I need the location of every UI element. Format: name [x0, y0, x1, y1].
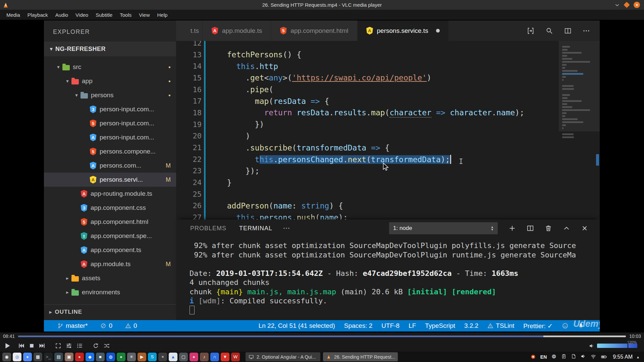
status-encoding[interactable]: UTF-8 [381, 322, 399, 329]
code-line-20[interactable]: 20 ) [176, 130, 559, 142]
code-line-17[interactable]: 17 map(resData => { [176, 95, 559, 107]
close-panel-button[interactable] [581, 225, 588, 232]
playlist-button[interactable] [76, 343, 83, 349]
volume-slider[interactable] [597, 344, 637, 348]
project-root-folder[interactable]: ▾ NG-REFRESHER [44, 42, 176, 56]
random-button[interactable] [103, 343, 110, 349]
tree-item-app-component-ts[interactable]: Aapp.component.ts [44, 243, 176, 257]
code-line-16[interactable]: 16 .pipe( [176, 84, 559, 96]
code-line-22[interactable]: 22 this.personsChanged.next(transformedD… [176, 154, 559, 165]
tree-item-app-routing-module-ts[interactable]: Aapp-routing.module.ts [44, 187, 176, 201]
battery-icon[interactable] [601, 354, 607, 360]
menu-media[interactable]: Media [3, 11, 24, 19]
seek-bar[interactable] [18, 336, 626, 337]
maximize-panel-button[interactable] [563, 225, 570, 232]
outline-section[interactable]: ▸ OUTLINE [44, 304, 176, 319]
tree-item-app-module-ts[interactable]: Aapp.module.tsM [44, 257, 176, 271]
panel-tab-terminal[interactable]: TERMINAL [239, 225, 272, 232]
tab-app-module-ts[interactable]: Aapp.module.ts [203, 20, 271, 41]
document-icon[interactable] [571, 354, 576, 360]
tree-item-src[interactable]: ▾src● [44, 60, 176, 74]
status-typescript-version[interactable]: 3.2.2 [464, 322, 478, 329]
code-line-25[interactable]: 25 [176, 188, 559, 200]
tree-item-persons-com[interactable]: Apersons.com...M [44, 159, 176, 173]
status-errors[interactable]: 0 [100, 322, 112, 329]
maximize-button[interactable] [624, 2, 630, 8]
code-line-12[interactable]: 12 [176, 41, 559, 49]
tree-item-app-component-css[interactable]: 3app.component.css [44, 201, 176, 215]
status-feedback[interactable] [562, 322, 569, 329]
code-line-13[interactable]: 13 fetchPersons() { [176, 49, 559, 61]
keyboard-layout[interactable]: EN [540, 354, 547, 360]
panel-tab-problems[interactable]: PROBLEMS [190, 225, 226, 232]
fullscreen-button[interactable] [55, 343, 61, 349]
tree-item-person-input-com[interactable]: Aperson-input.com... [44, 130, 176, 144]
kill-terminal-button[interactable] [545, 225, 552, 232]
taskbar-window-26-sending-http-request[interactable]: 26. Sending HTTP Request... [323, 352, 398, 361]
panel-more-icon[interactable] [282, 224, 290, 232]
new-terminal-button[interactable] [508, 225, 516, 232]
taskbar-app-21[interactable]: ∩ [210, 353, 219, 361]
split-terminal-button[interactable] [527, 225, 534, 232]
code-line-23[interactable]: 23 }); [176, 165, 559, 177]
taskbar-app-17[interactable]: ▲ [169, 353, 177, 361]
tree-item-app-component-html[interactable]: 5app.component.html [44, 215, 176, 229]
code-line-18[interactable]: 18 return resData.results.map(character … [176, 107, 559, 119]
status-eol[interactable]: LF [409, 322, 416, 329]
taskbar-app-2[interactable]: ◎ [13, 353, 21, 361]
previous-button[interactable] [18, 343, 24, 349]
clock[interactable]: 9:55 AM [613, 354, 633, 360]
taskbar-app-11[interactable]: ◍ [106, 353, 115, 361]
open-changes-icon[interactable] [527, 27, 535, 35]
taskbar-app-4[interactable]: ▦ [34, 353, 42, 361]
tree-item-person-input-com[interactable]: 3person-input.com... [44, 102, 176, 116]
next-button[interactable] [39, 343, 45, 349]
terminal-output[interactable]: 92% after chunk asset optimization Sourc… [190, 241, 596, 315]
code-editor[interactable]: 1213 fetchPersons() {14 this.http15 .get… [176, 41, 600, 220]
split-editor-icon[interactable] [564, 27, 572, 35]
taskbar-app-20[interactable]: ♪ [200, 353, 209, 361]
status-warnings[interactable]: 0 [125, 322, 137, 329]
taskbar-app-15[interactable]: S [148, 353, 157, 361]
clipboard-icon[interactable] [561, 354, 567, 360]
taskbar-app-3[interactable]: ● [23, 353, 32, 361]
code-line-27[interactable]: 27 this.persons.push(name); [176, 212, 559, 220]
taskbar-app-19[interactable]: ● [190, 353, 198, 361]
taskbar-app-13[interactable]: ✳ [127, 353, 136, 361]
code-line-15[interactable]: 15 .get<any>('https://swapi.co/api/peopl… [176, 72, 559, 84]
tab-app-component-html[interactable]: 5app.component.html [271, 20, 357, 41]
taskbar-app-22[interactable]: ▼ [221, 353, 229, 361]
taskbar-app-9[interactable]: ◆ [86, 353, 94, 361]
volume-icon[interactable] [581, 354, 586, 360]
search-editor-icon[interactable] [545, 27, 553, 35]
terminal-selector[interactable]: 1: node ▲▼ [389, 222, 498, 234]
taskbar-app-14[interactable]: ▶ [138, 353, 146, 361]
dnd-icon[interactable] [551, 354, 557, 360]
status-prettier[interactable]: Prettier: ✓ [523, 322, 553, 330]
volume-needle[interactable] [628, 343, 628, 349]
status-indentation[interactable]: Spaces: 2 [344, 322, 373, 329]
tray-expand-icon[interactable]: ▴ [637, 355, 639, 359]
code-line-26[interactable]: 26 addPerson(name: string) { [176, 200, 559, 212]
code-line-19[interactable]: 19 }) [176, 119, 559, 130]
status-cursor-position[interactable]: Ln 22, Col 51 (41 selected) [259, 322, 335, 329]
tree-item-assets[interactable]: ▸assets [44, 271, 176, 285]
play-button[interactable] [4, 342, 11, 349]
network-icon[interactable] [590, 354, 596, 360]
menu-video[interactable]: Video [72, 11, 92, 19]
code-line-24[interactable]: 24 } [176, 177, 559, 188]
tree-item-app[interactable]: ▾app● [44, 74, 176, 88]
taskbar-app-1[interactable]: ◉ [2, 353, 11, 361]
tree-item-persons[interactable]: ▾persons● [44, 88, 176, 102]
taskbar-app-18[interactable]: ▢ [179, 353, 188, 361]
tree-item-person-input-com[interactable]: 5person-input.com... [44, 116, 176, 130]
tree-item-persons-servi[interactable]: Apersons.servi...M [44, 173, 176, 187]
minimap[interactable] [559, 41, 600, 220]
tab-persons-service-ts[interactable]: Apersons.service.ts [358, 20, 449, 41]
tab-t-ts[interactable]: t.ts [176, 20, 203, 41]
menu-view[interactable]: View [135, 11, 153, 19]
video-area[interactable]: EXPLORER ▾ NG-REFRESHER ▾src●▾app●▾perso… [0, 20, 644, 333]
stop-button[interactable] [29, 343, 35, 349]
taskbar-app-6[interactable]: ▤ [54, 353, 63, 361]
menu-tools[interactable]: Tools [116, 11, 135, 19]
